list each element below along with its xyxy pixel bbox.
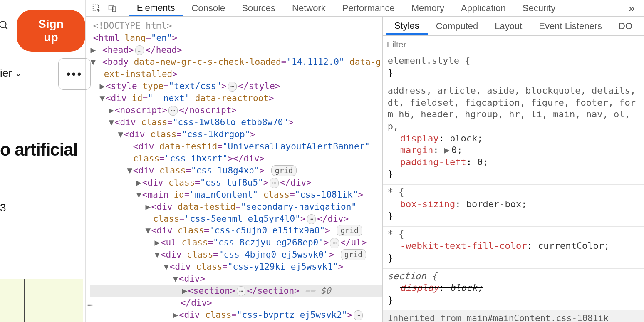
ellipsis-pill[interactable]: ⋯ xyxy=(270,178,279,188)
dom-line[interactable]: ▼<div class="css-4bjmq0 ej5wsvk0"> grid xyxy=(90,249,382,261)
ellipsis-pill[interactable]: … xyxy=(135,45,144,55)
ellipsis-pill[interactable]: ⋯ xyxy=(228,82,237,92)
css-rule[interactable]: * { -webkit-text-fill-color: currentColo… xyxy=(383,227,644,269)
tab-layout[interactable]: Layout xyxy=(486,18,530,34)
devtools-panel: Elements Console Sources Network Perform… xyxy=(86,0,644,322)
dropdown-fragment[interactable]: ier ⌄ xyxy=(0,67,22,79)
dom-line[interactable]: ▶<div class="css-tuf8u5">⋯</div> xyxy=(90,177,382,189)
styles-rules[interactable]: element.style { } address, article, asid… xyxy=(383,53,644,322)
expand-triangle-icon[interactable]: ▶ xyxy=(154,237,161,249)
css-rule[interactable]: section { display: block; } xyxy=(383,269,644,311)
svg-point-0 xyxy=(0,21,6,27)
dom-line[interactable]: </div> xyxy=(90,297,382,309)
collapse-triangle-icon[interactable]: ▼ xyxy=(108,116,115,129)
css-declaration[interactable]: box-sizing: border-box; xyxy=(388,198,639,211)
tab-performance[interactable]: Performance xyxy=(334,0,403,16)
styles-tabbar: Styles Computed Layout Event Listeners D… xyxy=(383,17,644,36)
dom-line[interactable]: ext-installed> xyxy=(90,68,382,80)
device-toolbar-icon[interactable] xyxy=(106,2,119,15)
ellipsis-pill[interactable]: ⋯ xyxy=(168,106,178,116)
css-declaration[interactable]: margin: ▶0; xyxy=(388,144,639,156)
expand-triangle-icon[interactable]: ▶ xyxy=(145,201,151,213)
expand-triangle-icon[interactable]: ▶ xyxy=(181,285,188,297)
tab-network[interactable]: Network xyxy=(284,0,334,16)
expand-triangle-icon[interactable]: ▶ xyxy=(444,144,450,156)
rule-brace: } xyxy=(388,252,639,264)
rule-brace: } xyxy=(388,294,639,306)
more-tabs-icon[interactable]: » xyxy=(623,2,640,15)
css-rule[interactable]: address, article, aside, blockquote, det… xyxy=(383,83,644,185)
dom-line[interactable]: class="css-ihxsrt"></div> xyxy=(90,153,382,165)
ellipsis-pill[interactable]: ⋯ xyxy=(237,286,246,296)
dom-line[interactable]: ▶<div data-testid="secondary-navigation" xyxy=(90,201,382,213)
collapse-triangle-icon[interactable]: ▼ xyxy=(163,261,170,273)
dom-line[interactable]: class="css-5eehml e1g5yr4l0">⋯</div> xyxy=(90,213,382,225)
rule-brace: } xyxy=(388,168,639,180)
dom-tree[interactable]: ⋯ <!DOCTYPE html> <html lang="en"> ▶<hea… xyxy=(86,17,383,322)
collapse-triangle-icon[interactable]: ▼ xyxy=(99,92,106,104)
dom-line[interactable]: ▶<ul class="css-8czjyu eg268ep0">⋯</ul> xyxy=(90,237,382,249)
dom-line-selected[interactable]: ▶<section>⋯</section> == $0 xyxy=(90,285,382,297)
signup-button[interactable]: Sign up xyxy=(17,10,85,52)
collapse-triangle-icon[interactable]: ▼ xyxy=(90,56,97,68)
collapse-triangle-icon[interactable]: ▼ xyxy=(154,249,161,261)
expand-triangle-icon[interactable]: ▶ xyxy=(172,309,179,321)
rule-selector: * { xyxy=(388,228,639,240)
chevron-down-icon: ⌄ xyxy=(15,68,22,79)
dom-line[interactable]: ▼<div id="__next" data-reactroot> xyxy=(90,92,382,104)
dom-line[interactable]: <html lang="en"> xyxy=(90,32,382,44)
css-rule[interactable]: * { box-sizing: border-box; } xyxy=(383,185,644,227)
css-declaration[interactable]: display: block; xyxy=(388,133,639,145)
svg-rect-3 xyxy=(109,5,114,10)
expand-triangle-icon[interactable]: ▶ xyxy=(99,80,106,92)
css-declaration-overridden[interactable]: display: block; xyxy=(388,282,639,294)
collapse-triangle-icon[interactable]: ▼ xyxy=(117,129,124,141)
grid-badge[interactable]: grid xyxy=(271,165,297,176)
dom-line[interactable]: ▶<div class="css-bvprtz ej5wsvk2">⋯ xyxy=(90,309,382,321)
ellipsis-pill[interactable]: ⋯ xyxy=(354,310,363,320)
dom-line[interactable]: ▶<noscript>⋯</noscript> xyxy=(90,104,382,116)
tab-security[interactable]: Security xyxy=(514,0,564,16)
tab-computed[interactable]: Computed xyxy=(428,18,487,34)
collapse-triangle-icon[interactable]: ▼ xyxy=(172,273,179,285)
tab-console[interactable]: Console xyxy=(183,0,234,16)
styles-pane: Styles Computed Layout Event Listeners D… xyxy=(383,17,644,322)
search-icon[interactable] xyxy=(0,20,9,31)
collapse-triangle-icon[interactable]: ▼ xyxy=(136,189,142,201)
dom-line[interactable]: <div data-testid="UniversalLayoutAlertBa… xyxy=(90,141,382,153)
tab-styles[interactable]: Styles xyxy=(386,18,428,35)
dom-line[interactable]: <!DOCTYPE html> xyxy=(90,20,382,32)
styles-filter-input[interactable] xyxy=(387,40,470,50)
tab-elements[interactable]: Elements xyxy=(129,0,183,16)
css-declaration[interactable]: padding-left: 0; xyxy=(388,156,639,168)
dom-line[interactable]: ▶<style type="text/css">⋯</style> xyxy=(90,80,382,92)
dom-line[interactable]: ▶<head>…</head> xyxy=(90,44,382,56)
dom-line[interactable]: ▼<div class="css-c5ujn0 e15itx9a0"> grid xyxy=(90,225,382,237)
tab-dom-breakpoints[interactable]: DO xyxy=(610,18,641,34)
tab-application[interactable]: Application xyxy=(453,0,514,16)
collapse-triangle-icon[interactable]: ▼ xyxy=(145,225,151,237)
grid-badge[interactable]: grid xyxy=(341,249,366,260)
dom-line[interactable]: ▼<div> xyxy=(90,273,382,285)
devtools-tabbar: Elements Console Sources Network Perform… xyxy=(86,0,644,17)
dom-line[interactable]: ▼<div class="css-1wl86lo etbb8w70"> xyxy=(90,116,382,129)
tab-event-listeners[interactable]: Event Listeners xyxy=(530,18,610,34)
dom-line[interactable]: ▼<body data-new-gr-c-s-check-loaded="14.… xyxy=(90,56,382,68)
tab-memory[interactable]: Memory xyxy=(403,0,453,16)
dom-line[interactable]: ▼<div class="css-y129ki ej5wsvk1"> xyxy=(90,261,382,273)
expand-triangle-icon[interactable]: ▶ xyxy=(90,44,97,56)
expand-triangle-icon[interactable]: ▶ xyxy=(108,104,115,116)
dom-line[interactable]: ▼<main id="mainContent" class="css-1081i… xyxy=(90,189,382,201)
ellipsis-pill[interactable]: ⋯ xyxy=(307,214,316,224)
inspect-element-icon[interactable] xyxy=(90,2,103,15)
styles-filter-row xyxy=(383,36,644,53)
grid-badge[interactable]: grid xyxy=(337,225,362,236)
tab-sources[interactable]: Sources xyxy=(233,0,284,16)
dom-line[interactable]: ▼<div class="css-1u8g4xb"> grid xyxy=(90,165,382,177)
expand-triangle-icon[interactable]: ▶ xyxy=(136,177,142,189)
dom-line[interactable]: ▼<div class="css-1kdrgop"> xyxy=(90,129,382,141)
css-rule[interactable]: element.style { } xyxy=(383,53,644,83)
collapse-triangle-icon[interactable]: ▼ xyxy=(126,165,133,177)
ellipsis-pill[interactable]: ⋯ xyxy=(330,238,339,248)
css-declaration[interactable]: -webkit-text-fill-color: currentColor; xyxy=(388,240,639,252)
